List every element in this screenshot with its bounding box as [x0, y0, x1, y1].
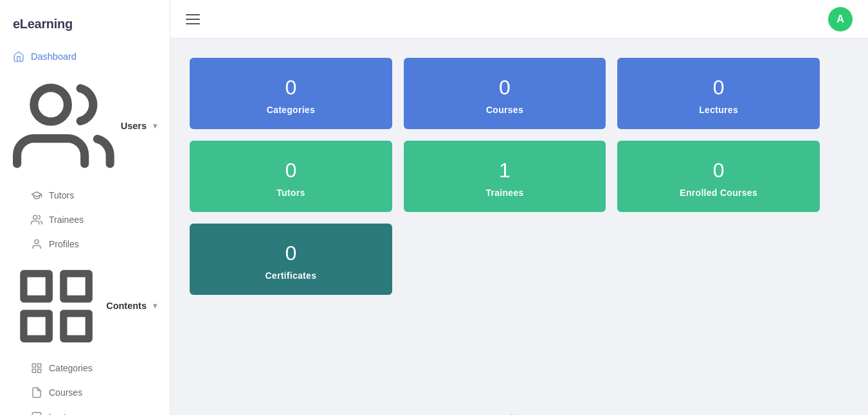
svg-rect-6 — [24, 313, 49, 339]
stat-label-courses: Courses — [486, 105, 523, 115]
svg-point-0 — [34, 88, 68, 122]
stat-card-categories[interactable]: 0Categories — [190, 58, 392, 129]
footer-logo: ∴︎ مستقل — [170, 412, 868, 415]
stat-label-tutors: Tutors — [276, 188, 305, 198]
topbar-right: A — [828, 7, 853, 31]
main-content: A 0Categories0Courses0Lectures0Tutors1Tr… — [170, 0, 868, 415]
profile-icon — [31, 238, 42, 250]
stat-value-enrolled-courses: 0 — [713, 159, 725, 182]
stat-card-courses[interactable]: 0Courses — [404, 58, 606, 129]
sidebar-item-lectures[interactable]: Lectures — [0, 405, 170, 415]
sidebar-group-users[interactable]: Users ▾ — [0, 69, 170, 183]
svg-rect-3 — [24, 274, 49, 299]
tutor-icon — [31, 190, 42, 201]
svg-rect-4 — [64, 274, 89, 299]
sidebar-item-trainees-label: Trainees — [49, 215, 84, 225]
categories-icon — [31, 362, 42, 374]
stat-label-categories: Categories — [267, 105, 315, 115]
svg-rect-11 — [32, 412, 41, 415]
sidebar-group-users-label: Users — [121, 121, 147, 131]
chevron-down-icon-2: ▾ — [153, 301, 157, 310]
sidebar-item-categories-label: Categories — [49, 363, 93, 373]
topbar: A — [170, 0, 868, 39]
sidebar-item-courses[interactable]: Courses — [0, 380, 170, 405]
hamburger-line-2 — [186, 19, 200, 20]
hamburger-line-1 — [186, 14, 200, 15]
sidebar-item-dashboard-label: Dashboard — [31, 51, 77, 62]
svg-rect-9 — [38, 369, 41, 372]
sidebar-item-trainees[interactable]: Trainees — [0, 208, 170, 232]
chevron-down-icon: ▾ — [153, 121, 157, 130]
stat-value-categories: 0 — [285, 76, 296, 100]
brand: eLearning — [0, 6, 170, 44]
svg-point-2 — [35, 240, 39, 243]
sidebar-item-dashboard[interactable]: Dashboard — [0, 44, 170, 69]
user-avatar[interactable]: A — [828, 7, 853, 31]
sidebar-item-courses-label: Courses — [49, 387, 82, 398]
stat-label-trainees: Trainees — [485, 188, 523, 198]
stat-card-tutors[interactable]: 0Tutors — [190, 141, 392, 212]
lectures-icon — [31, 411, 42, 415]
stat-value-tutors: 0 — [285, 159, 296, 182]
courses-icon — [31, 387, 42, 398]
sidebar-group-contents-label: Contents — [106, 301, 147, 311]
svg-point-1 — [33, 215, 37, 219]
hamburger-line-3 — [186, 23, 200, 24]
stat-card-lectures[interactable]: 0Lectures — [617, 58, 820, 129]
users-icon — [13, 75, 114, 177]
contents-icon — [13, 263, 100, 349]
sidebar-group-contents[interactable]: Contents ▾ — [0, 256, 170, 356]
sidebar-item-profiles[interactable]: Profiles — [0, 232, 170, 256]
stat-label-certificates: Certificates — [265, 270, 316, 281]
footer: ∴︎ مستقل Handcrafted by eLearning admin.… — [170, 402, 868, 415]
stat-value-certificates: 0 — [285, 242, 296, 265]
sidebar-item-profiles-label: Profiles — [49, 239, 79, 249]
sidebar-item-categories[interactable]: Categories — [0, 356, 170, 380]
dashboard-content: 0Categories0Courses0Lectures0Tutors1Trai… — [170, 39, 868, 402]
stat-value-trainees: 1 — [499, 159, 511, 182]
stat-card-enrolled-courses[interactable]: 0Enrolled Courses — [617, 141, 820, 212]
svg-rect-8 — [38, 364, 41, 367]
hamburger-button[interactable] — [186, 14, 200, 24]
stat-value-lectures: 0 — [713, 76, 725, 100]
stats-grid: 0Categories0Courses0Lectures0Tutors1Trai… — [190, 58, 820, 295]
sidebar-item-lectures-label: Lectures — [49, 412, 84, 415]
svg-rect-10 — [32, 369, 35, 372]
stat-label-lectures: Lectures — [699, 105, 738, 115]
svg-rect-5 — [64, 313, 89, 339]
trainees-icon — [31, 214, 42, 225]
home-icon — [13, 51, 24, 62]
sidebar: eLearning Dashboard Users — [0, 0, 170, 415]
stat-card-trainees[interactable]: 1Trainees — [404, 141, 606, 212]
stat-value-courses: 0 — [499, 76, 511, 100]
stat-label-enrolled-courses: Enrolled Courses — [680, 188, 757, 198]
svg-rect-7 — [32, 364, 35, 367]
sidebar-item-tutors[interactable]: Tutors — [0, 183, 170, 208]
sidebar-item-tutors-label: Tutors — [49, 190, 74, 200]
stat-card-certificates[interactable]: 0Certificates — [190, 224, 392, 295]
